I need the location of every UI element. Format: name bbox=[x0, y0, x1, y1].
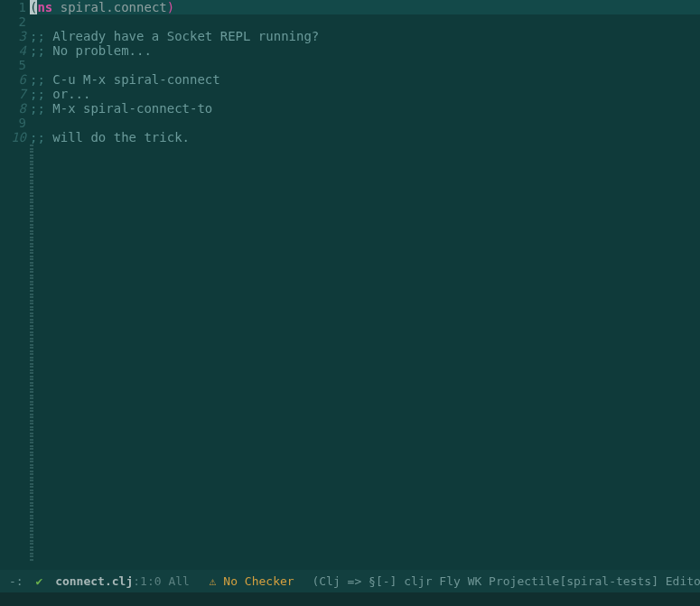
editor-area[interactable]: 1 2 3 4 5 6 7 8 9 10 (ns spiral.connect)… bbox=[0, 0, 700, 570]
line-number: 4 bbox=[0, 43, 30, 58]
line-number: 2 bbox=[0, 14, 30, 29]
code-line[interactable]: ;; Already have a Socket REPL running? bbox=[30, 29, 700, 43]
code-line-current[interactable]: (ns spiral.connect) bbox=[30, 0, 700, 14]
line-number: 7 bbox=[0, 87, 30, 101]
code-line[interactable]: ;; M-x spiral-connect-to bbox=[30, 101, 700, 116]
code-line[interactable] bbox=[30, 116, 700, 130]
line-number: 5 bbox=[0, 58, 30, 72]
ns-keyword: ns bbox=[37, 0, 52, 14]
warning-icon: ⚠ bbox=[210, 574, 217, 588]
mode-line[interactable]: -: ✔ connect.clj:1:0 All ⚠ No Checker (C… bbox=[0, 570, 700, 592]
line-number: 9 bbox=[0, 116, 30, 130]
modeline-checker-status[interactable]: No Checker bbox=[217, 574, 294, 588]
code-line[interactable]: ;; or... bbox=[30, 87, 700, 101]
minibuffer[interactable] bbox=[0, 592, 700, 606]
code-line[interactable]: ;; No problem... bbox=[30, 43, 700, 58]
line-number: 10 bbox=[0, 130, 30, 145]
code-line[interactable] bbox=[30, 14, 700, 29]
line-number: 1 bbox=[0, 0, 30, 14]
check-icon: ✔ bbox=[35, 574, 42, 588]
code-line[interactable]: ;; C-u M-x spiral-connect bbox=[30, 72, 700, 87]
line-number: 8 bbox=[0, 101, 30, 116]
modeline-buffer-state: -: bbox=[9, 574, 23, 588]
modeline-filename-base[interactable]: connect. bbox=[55, 574, 112, 588]
close-paren: ) bbox=[167, 0, 174, 14]
line-number: 6 bbox=[0, 72, 30, 87]
line-number: 3 bbox=[0, 29, 30, 43]
namespace-name: spiral.connect bbox=[61, 0, 167, 14]
modeline-filename-ext[interactable]: clj bbox=[112, 574, 133, 588]
fringe-indicator bbox=[30, 145, 33, 570]
code-text-area[interactable]: (ns spiral.connect) ;; Already have a So… bbox=[30, 0, 700, 570]
modeline-major-minor-modes[interactable]: (Clj => §[-] cljr Fly WK Projectile[spir… bbox=[312, 574, 700, 588]
code-line[interactable] bbox=[30, 58, 700, 72]
modeline-position: :1:0 All bbox=[133, 574, 190, 588]
line-number-gutter: 1 2 3 4 5 6 7 8 9 10 bbox=[0, 0, 30, 570]
code-line[interactable]: ;; will do the trick. bbox=[30, 130, 700, 145]
